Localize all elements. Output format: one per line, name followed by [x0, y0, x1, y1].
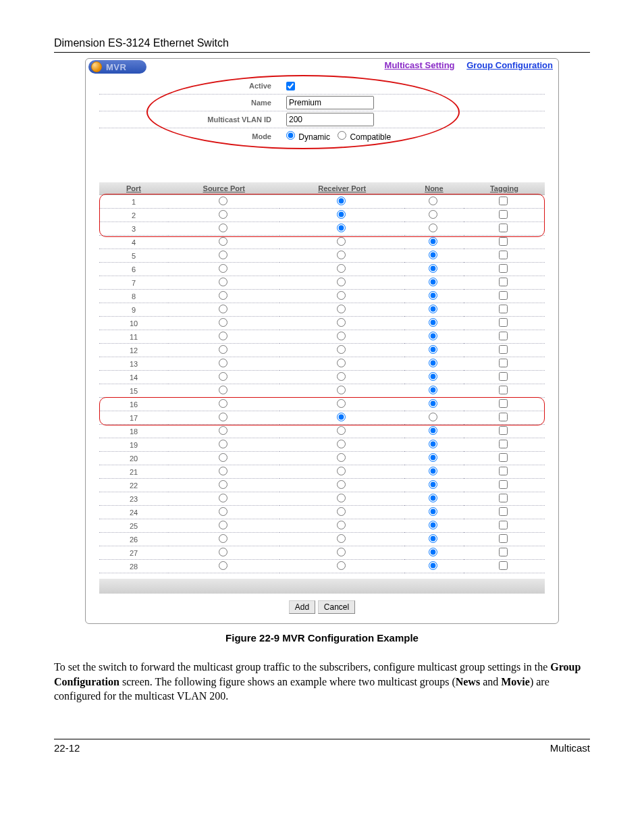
receiver-radio[interactable]	[337, 359, 346, 367]
receiver-radio[interactable]	[337, 210, 346, 219]
none-radio[interactable]	[429, 521, 437, 529]
receiver-radio[interactable]	[337, 372, 346, 381]
source-radio[interactable]	[219, 507, 227, 516]
tagging-checkbox[interactable]	[499, 345, 508, 354]
tagging-checkbox[interactable]	[499, 197, 508, 205]
tagging-checkbox[interactable]	[499, 224, 508, 232]
receiver-radio[interactable]	[337, 440, 346, 448]
receiver-radio[interactable]	[337, 534, 346, 543]
source-radio[interactable]	[219, 548, 227, 556]
source-radio[interactable]	[219, 224, 227, 232]
receiver-radio[interactable]	[337, 386, 346, 394]
source-radio[interactable]	[219, 210, 227, 219]
none-radio[interactable]	[429, 332, 437, 340]
none-radio[interactable]	[429, 359, 437, 367]
tagging-checkbox[interactable]	[499, 332, 508, 340]
none-radio[interactable]	[429, 278, 437, 286]
tagging-checkbox[interactable]	[499, 426, 508, 435]
none-radio[interactable]	[429, 440, 437, 448]
receiver-radio[interactable]	[337, 305, 346, 313]
none-radio[interactable]	[429, 291, 437, 300]
source-radio[interactable]	[219, 467, 227, 475]
source-radio[interactable]	[219, 480, 227, 489]
source-radio[interactable]	[219, 372, 227, 381]
none-radio[interactable]	[429, 507, 437, 516]
none-radio[interactable]	[429, 318, 437, 327]
source-radio[interactable]	[219, 237, 227, 246]
none-radio[interactable]	[429, 548, 437, 556]
receiver-radio[interactable]	[337, 399, 346, 408]
receiver-radio[interactable]	[337, 197, 346, 205]
name-input[interactable]	[286, 96, 374, 109]
source-radio[interactable]	[219, 305, 227, 313]
tagging-checkbox[interactable]	[499, 548, 508, 556]
add-button[interactable]: Add	[289, 600, 315, 614]
source-radio[interactable]	[219, 291, 227, 300]
tagging-checkbox[interactable]	[499, 399, 508, 408]
receiver-radio[interactable]	[337, 467, 346, 475]
source-radio[interactable]	[219, 264, 227, 273]
source-radio[interactable]	[219, 359, 227, 367]
none-radio[interactable]	[429, 345, 437, 354]
tagging-checkbox[interactable]	[499, 453, 508, 462]
tagging-checkbox[interactable]	[499, 386, 508, 394]
tagging-checkbox[interactable]	[499, 210, 508, 219]
source-radio[interactable]	[219, 332, 227, 340]
receiver-radio[interactable]	[337, 453, 346, 462]
tagging-checkbox[interactable]	[499, 467, 508, 475]
tagging-checkbox[interactable]	[499, 534, 508, 543]
receiver-radio[interactable]	[337, 291, 346, 300]
vlan-input[interactable]	[286, 113, 374, 126]
none-radio[interactable]	[429, 264, 437, 273]
receiver-radio[interactable]	[337, 548, 346, 556]
tagging-checkbox[interactable]	[499, 318, 508, 327]
none-radio[interactable]	[429, 453, 437, 462]
tagging-checkbox[interactable]	[499, 480, 508, 489]
receiver-radio[interactable]	[337, 521, 346, 529]
tagging-checkbox[interactable]	[499, 561, 508, 570]
tagging-checkbox[interactable]	[499, 251, 508, 259]
tagging-checkbox[interactable]	[499, 305, 508, 313]
source-radio[interactable]	[219, 197, 227, 205]
receiver-radio[interactable]	[337, 426, 346, 435]
tagging-checkbox[interactable]	[499, 413, 508, 421]
source-radio[interactable]	[219, 399, 227, 408]
source-radio[interactable]	[219, 521, 227, 529]
tagging-checkbox[interactable]	[499, 507, 508, 516]
none-radio[interactable]	[429, 197, 437, 205]
source-radio[interactable]	[219, 413, 227, 421]
none-radio[interactable]	[429, 467, 437, 475]
link-group-configuration[interactable]: Group Configuration	[466, 60, 553, 70]
none-radio[interactable]	[429, 237, 437, 246]
tagging-checkbox[interactable]	[499, 291, 508, 300]
source-radio[interactable]	[219, 251, 227, 259]
none-radio[interactable]	[429, 494, 437, 502]
receiver-radio[interactable]	[337, 561, 346, 570]
receiver-radio[interactable]	[337, 494, 346, 502]
source-radio[interactable]	[219, 318, 227, 327]
receiver-radio[interactable]	[337, 251, 346, 259]
cancel-button[interactable]: Cancel	[318, 600, 355, 614]
source-radio[interactable]	[219, 561, 227, 570]
tagging-checkbox[interactable]	[499, 237, 508, 246]
link-multicast-setting[interactable]: Multicast Setting	[385, 60, 455, 70]
tagging-checkbox[interactable]	[499, 521, 508, 529]
mode-dynamic-option[interactable]: Dynamic	[286, 131, 330, 142]
receiver-radio[interactable]	[337, 278, 346, 286]
receiver-radio[interactable]	[337, 413, 346, 421]
tagging-checkbox[interactable]	[499, 264, 508, 273]
none-radio[interactable]	[429, 210, 437, 219]
active-checkbox[interactable]	[286, 82, 295, 90]
mode-compatible-option[interactable]: Compatible	[338, 131, 391, 142]
source-radio[interactable]	[219, 278, 227, 286]
receiver-radio[interactable]	[337, 332, 346, 340]
tagging-checkbox[interactable]	[499, 359, 508, 367]
none-radio[interactable]	[429, 372, 437, 381]
none-radio[interactable]	[429, 413, 437, 421]
receiver-radio[interactable]	[337, 264, 346, 273]
none-radio[interactable]	[429, 426, 437, 435]
receiver-radio[interactable]	[337, 237, 346, 246]
none-radio[interactable]	[429, 399, 437, 408]
none-radio[interactable]	[429, 386, 437, 394]
tagging-checkbox[interactable]	[499, 440, 508, 448]
